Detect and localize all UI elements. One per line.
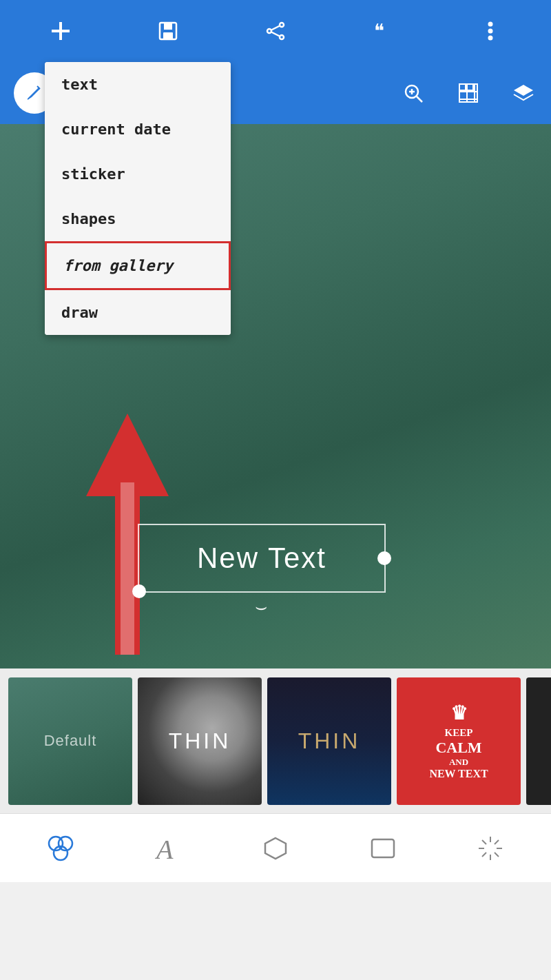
template-thin2[interactable]: THIN bbox=[267, 677, 391, 805]
svg-rect-37 bbox=[372, 839, 394, 857]
save-button[interactable] bbox=[151, 14, 185, 48]
svg-point-6 bbox=[267, 29, 271, 33]
canvas-text: New Text bbox=[197, 542, 326, 575]
template-default-label: Default bbox=[44, 732, 97, 750]
keep-text: KEEP bbox=[429, 727, 488, 739]
keepcalm-content: ♛ KEEP CALM AND NEW TEXT bbox=[424, 696, 493, 786]
grid-button[interactable] bbox=[448, 72, 489, 114]
svg-point-5 bbox=[280, 23, 284, 27]
svg-rect-19 bbox=[467, 84, 473, 90]
newtext-text: NEW TEXT bbox=[429, 768, 488, 780]
nav-layers[interactable] bbox=[37, 824, 85, 872]
svg-marker-36 bbox=[265, 838, 286, 859]
svg-rect-18 bbox=[459, 84, 466, 90]
canvas-textbox[interactable]: New Text ⌣ bbox=[138, 524, 386, 593]
resize-handle-right[interactable] bbox=[377, 551, 391, 565]
bottom-nav: A bbox=[0, 813, 551, 882]
svg-rect-31 bbox=[121, 482, 134, 655]
menu-item-shapes[interactable]: shapes bbox=[45, 196, 231, 241]
toolbar-top: ❝ bbox=[0, 0, 551, 62]
nav-effects[interactable] bbox=[466, 824, 514, 872]
svg-line-8 bbox=[271, 26, 280, 30]
menu-item-text[interactable]: text bbox=[45, 62, 231, 107]
svg-line-45 bbox=[482, 853, 486, 857]
menu-item-sticker[interactable]: sticker bbox=[45, 152, 231, 196]
dropdown-menu: text current date sticker shapes from ga… bbox=[45, 62, 231, 335]
svg-rect-4 bbox=[163, 32, 173, 39]
svg-point-13 bbox=[488, 36, 493, 41]
template-default[interactable]: Default bbox=[8, 677, 132, 805]
more-button[interactable] bbox=[473, 14, 508, 48]
layers-button[interactable] bbox=[503, 72, 544, 114]
svg-line-42 bbox=[482, 840, 486, 844]
svg-point-11 bbox=[488, 22, 493, 27]
template-strip: Default THIN THIN ♛ KEEP CALM AND NEW TE… bbox=[0, 668, 551, 813]
crown-icon: ♛ bbox=[429, 702, 488, 724]
menu-item-draw[interactable]: draw bbox=[45, 290, 231, 335]
svg-line-44 bbox=[495, 840, 499, 844]
template-partial[interactable] bbox=[526, 677, 551, 805]
nav-text[interactable]: A bbox=[144, 824, 192, 872]
template-keepcalm[interactable]: ♛ KEEP CALM AND NEW TEXT bbox=[397, 677, 521, 805]
svg-line-15 bbox=[417, 96, 422, 102]
template-thin1[interactable]: THIN bbox=[138, 677, 262, 805]
calm-text: CALM bbox=[429, 739, 488, 757]
share-button[interactable] bbox=[258, 14, 293, 48]
svg-rect-3 bbox=[164, 23, 172, 30]
menu-item-current-date[interactable]: current date bbox=[45, 107, 231, 152]
menu-item-from-gallery[interactable]: from gallery bbox=[45, 241, 231, 290]
add-button[interactable] bbox=[43, 14, 78, 48]
nav-frame[interactable] bbox=[359, 824, 407, 872]
svg-point-12 bbox=[488, 29, 493, 34]
zoom-button[interactable] bbox=[393, 72, 434, 114]
template-thin2-label: THIN bbox=[298, 728, 361, 754]
svg-point-7 bbox=[280, 35, 284, 39]
svg-marker-28 bbox=[514, 85, 533, 96]
and-text: AND bbox=[429, 757, 488, 768]
nav-shape[interactable] bbox=[251, 824, 300, 872]
quote-button[interactable]: ❝ bbox=[366, 14, 400, 48]
resize-handle-left[interactable] bbox=[132, 584, 146, 598]
template-thin1-label: THIN bbox=[169, 728, 231, 754]
svg-line-9 bbox=[271, 32, 280, 37]
svg-text:❝: ❝ bbox=[374, 21, 384, 41]
svg-text:A: A bbox=[155, 834, 174, 863]
smile-icon: ⌣ bbox=[255, 596, 269, 619]
svg-line-43 bbox=[495, 853, 499, 857]
